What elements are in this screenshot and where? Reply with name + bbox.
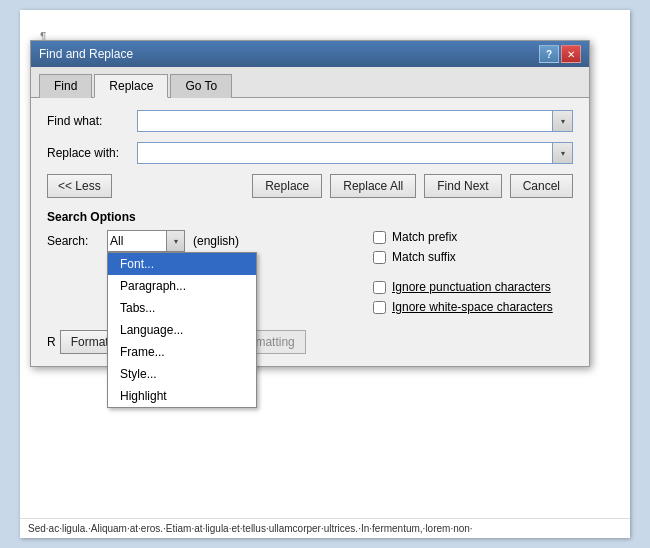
match-suffix-row: Match suffix <box>373 250 573 264</box>
find-what-label: Find what: <box>47 114 137 128</box>
tab-bar: Find Replace Go To <box>31 67 589 98</box>
match-prefix-checkbox[interactable] <box>373 231 386 244</box>
replace-with-input-wrap: ▾ <box>137 142 573 164</box>
help-button[interactable]: ? <box>539 45 559 63</box>
dropdown-item-language[interactable]: Language... <box>108 319 256 341</box>
ignore-whitespace-label[interactable]: Ignore white-space characters <box>392 300 553 314</box>
dropdown-item-style[interactable]: Style... <box>108 363 256 385</box>
tab-find[interactable]: Find <box>39 74 92 98</box>
replace-with-input[interactable] <box>137 142 553 164</box>
ignore-whitespace-checkbox[interactable] <box>373 301 386 314</box>
find-next-button[interactable]: Find Next <box>424 174 501 198</box>
cancel-button[interactable]: Cancel <box>510 174 573 198</box>
match-suffix-checkbox[interactable] <box>373 251 386 264</box>
dropdown-item-paragraph[interactable]: Paragraph... <box>108 275 256 297</box>
action-buttons-row: << Less Replace Replace All Find Next Ca… <box>47 174 573 198</box>
format-dropdown-menu: Font... Paragraph... Tabs... Language...… <box>107 252 257 408</box>
options-right: Match prefix Match suffix Ignore punctua… <box>373 230 573 320</box>
match-suffix-label: Match suffix <box>392 250 456 264</box>
tab-replace[interactable]: Replace <box>94 74 168 98</box>
replace-with-label: Replace with: <box>47 146 137 160</box>
document-footer-text: Sed·ac·ligula.·Aliquam·at·eros.·Etiam·at… <box>20 518 630 538</box>
search-select-arrow-icon[interactable]: ▾ <box>167 230 185 252</box>
match-prefix-label: Match prefix <box>392 230 457 244</box>
options-area: Search: All Down Up ▾ Font... Paragraph.… <box>47 230 573 320</box>
dropdown-item-frame[interactable]: Frame... <box>108 341 256 363</box>
search-options-label: Search Options <box>47 210 573 224</box>
dialog-title: Find and Replace <box>39 47 133 61</box>
search-select-wrap: All Down Up ▾ Font... Paragraph... Tabs.… <box>107 230 185 252</box>
find-what-input[interactable] <box>137 110 553 132</box>
find-what-input-wrap: ▾ <box>137 110 573 132</box>
replace-with-row: Replace with: ▾ <box>47 142 573 164</box>
dropdown-item-highlight[interactable]: Highlight <box>108 385 256 407</box>
tab-goto[interactable]: Go To <box>170 74 232 98</box>
search-select[interactable]: All Down Up <box>107 230 167 252</box>
find-what-row: Find what: ▾ <box>47 110 573 132</box>
less-button[interactable]: << Less <box>47 174 112 198</box>
language-hint: (english) <box>193 234 239 248</box>
ignore-whitespace-row: Ignore white-space characters <box>373 300 573 314</box>
replace-button[interactable]: Replace <box>252 174 322 198</box>
ignore-punctuation-checkbox[interactable] <box>373 281 386 294</box>
replace-all-button[interactable]: Replace All <box>330 174 416 198</box>
titlebar-buttons: ? ✕ <box>539 45 581 63</box>
find-what-dropdown[interactable]: ▾ <box>553 110 573 132</box>
ignore-punctuation-row: Ignore punctuation characters <box>373 280 573 294</box>
ignore-punctuation-label[interactable]: Ignore punctuation characters <box>392 280 551 294</box>
dropdown-item-tabs[interactable]: Tabs... <box>108 297 256 319</box>
search-row: Search: All Down Up ▾ Font... Paragraph.… <box>47 230 373 252</box>
dialog-titlebar: Find and Replace ? ✕ <box>31 41 589 67</box>
r-label: R <box>47 335 56 349</box>
options-left: Search: All Down Up ▾ Font... Paragraph.… <box>47 230 373 320</box>
replace-with-dropdown[interactable]: ▾ <box>553 142 573 164</box>
close-button[interactable]: ✕ <box>561 45 581 63</box>
search-label: Search: <box>47 234 107 248</box>
find-replace-dialog: Find and Replace ? ✕ Find Replace Go To … <box>30 40 590 367</box>
dropdown-item-font[interactable]: Font... <box>108 253 256 275</box>
match-prefix-row: Match prefix <box>373 230 573 244</box>
dialog-body: Find what: ▾ Replace with: ▾ << Less Rep… <box>31 98 589 366</box>
